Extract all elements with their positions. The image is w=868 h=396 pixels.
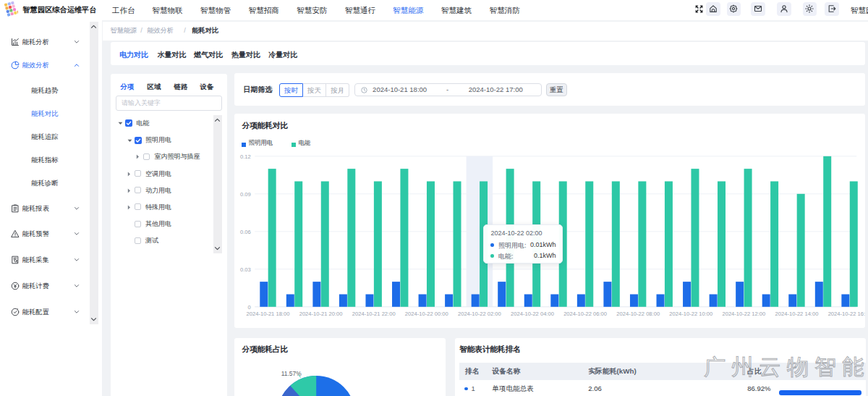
- svg-text:2024-10-22 06:00: 2024-10-22 06:00: [563, 311, 607, 317]
- svg-text:2024-10-21 20:00: 2024-10-21 20:00: [299, 311, 343, 317]
- svg-text:2024-10-22 16:00: 2024-10-22 16:00: [828, 311, 865, 317]
- svg-text:2024-10-22 02:00: 2024-10-22 02:00: [458, 311, 501, 317]
- svg-text:11.57%: 11.57%: [281, 370, 302, 377]
- svg-text:2024-10-21 22:00: 2024-10-21 22:00: [352, 311, 396, 317]
- svg-text:0.09: 0.09: [240, 191, 251, 198]
- svg-text:0.06: 0.06: [240, 229, 251, 235]
- svg-text:2024-10-22 00:00: 2024-10-22 00:00: [405, 311, 448, 317]
- svg-text:2024-10-22 12:00: 2024-10-22 12:00: [723, 311, 766, 317]
- svg-text:0: 0: [248, 304, 251, 311]
- svg-text:2024-10-22 04:00: 2024-10-22 04:00: [511, 311, 554, 317]
- svg-text:2024-10-21 18:00: 2024-10-21 18:00: [247, 311, 290, 317]
- svg-text:2024-10-22 14:00: 2024-10-22 14:00: [775, 311, 819, 317]
- svg-text:2024-10-22 10:00: 2024-10-22 10:00: [670, 311, 713, 317]
- svg-text:2024-10-22 08:00: 2024-10-22 08:00: [617, 311, 660, 317]
- svg-text:0.12: 0.12: [240, 153, 251, 160]
- svg-text:0.03: 0.03: [240, 266, 251, 273]
